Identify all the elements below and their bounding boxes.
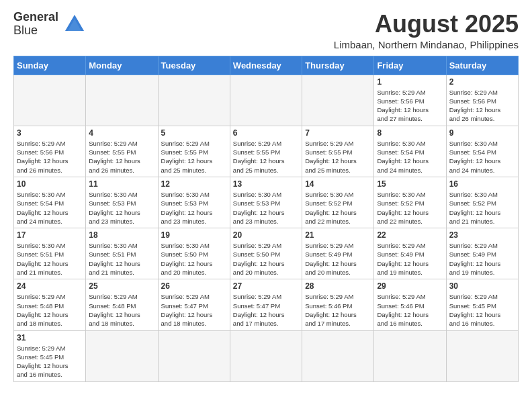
day-info: Sunrise: 5:30 AM Sunset: 5:52 PM Dayligh… (449, 190, 515, 226)
day-number: 28 (305, 281, 371, 291)
day-info: Sunrise: 5:29 AM Sunset: 5:56 PM Dayligh… (17, 139, 83, 175)
day-number: 22 (377, 230, 443, 240)
calendar-cell: 19Sunrise: 5:30 AM Sunset: 5:50 PM Dayli… (158, 228, 230, 279)
calendar-cell: 2Sunrise: 5:29 AM Sunset: 5:56 PM Daylig… (446, 75, 518, 126)
logo-icon (62, 12, 87, 36)
calendar-cell: 12Sunrise: 5:30 AM Sunset: 5:53 PM Dayli… (158, 177, 230, 228)
day-number: 8 (377, 128, 443, 138)
calendar-cell: 5Sunrise: 5:29 AM Sunset: 5:55 PM Daylig… (158, 126, 230, 177)
day-info: Sunrise: 5:29 AM Sunset: 5:49 PM Dayligh… (305, 241, 371, 277)
day-number: 5 (161, 128, 227, 138)
calendar-cell: 7Sunrise: 5:29 AM Sunset: 5:55 PM Daylig… (302, 126, 374, 177)
calendar-cell: 9Sunrise: 5:30 AM Sunset: 5:54 PM Daylig… (446, 126, 518, 177)
day-number: 23 (449, 230, 515, 240)
day-info: Sunrise: 5:30 AM Sunset: 5:54 PM Dayligh… (17, 190, 83, 226)
calendar-cell: 3Sunrise: 5:29 AM Sunset: 5:56 PM Daylig… (14, 126, 86, 177)
day-info: Sunrise: 5:30 AM Sunset: 5:51 PM Dayligh… (89, 241, 154, 277)
calendar-cell: 1Sunrise: 5:29 AM Sunset: 5:56 PM Daylig… (374, 75, 446, 126)
week-row-2: 3Sunrise: 5:29 AM Sunset: 5:56 PM Daylig… (14, 126, 519, 177)
day-number: 30 (449, 281, 515, 291)
calendar-cell: 18Sunrise: 5:30 AM Sunset: 5:51 PM Dayli… (86, 228, 158, 279)
week-row-6: 31Sunrise: 5:29 AM Sunset: 5:45 PM Dayli… (14, 330, 519, 381)
day-info: Sunrise: 5:30 AM Sunset: 5:53 PM Dayligh… (233, 190, 299, 226)
logo: GeneralBlue (13, 11, 87, 38)
day-number: 10 (17, 179, 83, 189)
calendar-cell (230, 75, 302, 126)
header-tuesday: Tuesday (158, 56, 230, 75)
day-info: Sunrise: 5:29 AM Sunset: 5:46 PM Dayligh… (305, 292, 371, 328)
day-number: 29 (377, 281, 443, 291)
calendar-cell (158, 330, 230, 381)
day-number: 20 (233, 230, 299, 240)
day-number: 24 (17, 281, 83, 291)
calendar-cell: 17Sunrise: 5:30 AM Sunset: 5:51 PM Dayli… (14, 228, 86, 279)
day-info: Sunrise: 5:29 AM Sunset: 5:49 PM Dayligh… (449, 241, 515, 277)
calendar-cell: 25Sunrise: 5:29 AM Sunset: 5:48 PM Dayli… (86, 279, 158, 330)
day-info: Sunrise: 5:30 AM Sunset: 5:52 PM Dayligh… (305, 190, 371, 226)
header-monday: Monday (86, 56, 158, 75)
calendar-cell (446, 330, 518, 381)
calendar-cell (14, 75, 86, 126)
day-info: Sunrise: 5:29 AM Sunset: 5:46 PM Dayligh… (377, 292, 443, 328)
day-info: Sunrise: 5:30 AM Sunset: 5:53 PM Dayligh… (89, 190, 154, 226)
day-number: 1 (377, 77, 443, 87)
calendar-cell: 11Sunrise: 5:30 AM Sunset: 5:53 PM Dayli… (86, 177, 158, 228)
day-info: Sunrise: 5:29 AM Sunset: 5:48 PM Dayligh… (17, 292, 83, 328)
day-number: 13 (233, 179, 299, 189)
week-row-3: 10Sunrise: 5:30 AM Sunset: 5:54 PM Dayli… (14, 177, 519, 228)
header-wednesday: Wednesday (230, 56, 302, 75)
calendar-cell (158, 75, 230, 126)
header-thursday: Thursday (302, 56, 374, 75)
day-number: 31 (17, 333, 83, 342)
day-info: Sunrise: 5:29 AM Sunset: 5:45 PM Dayligh… (17, 344, 83, 379)
calendar-cell: 29Sunrise: 5:29 AM Sunset: 5:46 PM Dayli… (374, 279, 446, 330)
calendar-cell: 16Sunrise: 5:30 AM Sunset: 5:52 PM Dayli… (446, 177, 518, 228)
day-number: 16 (449, 179, 515, 189)
day-info: Sunrise: 5:29 AM Sunset: 5:56 PM Dayligh… (449, 88, 515, 124)
day-info: Sunrise: 5:29 AM Sunset: 5:49 PM Dayligh… (377, 241, 443, 277)
day-number: 15 (377, 179, 443, 189)
day-info: Sunrise: 5:29 AM Sunset: 5:56 PM Dayligh… (377, 88, 443, 124)
day-info: Sunrise: 5:30 AM Sunset: 5:53 PM Dayligh… (161, 190, 227, 226)
month-year: August 2025 (334, 11, 519, 38)
week-row-4: 17Sunrise: 5:30 AM Sunset: 5:51 PM Dayli… (14, 228, 519, 279)
title-area: August 2025 Limbaan, Northern Mindanao, … (334, 11, 519, 50)
location: Limbaan, Northern Mindanao, Philippines (334, 39, 519, 50)
day-info: Sunrise: 5:29 AM Sunset: 5:47 PM Dayligh… (161, 292, 227, 328)
day-number: 2 (449, 77, 515, 87)
calendar-cell: 4Sunrise: 5:29 AM Sunset: 5:55 PM Daylig… (86, 126, 158, 177)
day-number: 3 (17, 128, 83, 138)
day-info: Sunrise: 5:30 AM Sunset: 5:51 PM Dayligh… (17, 241, 83, 277)
calendar-cell: 22Sunrise: 5:29 AM Sunset: 5:49 PM Dayli… (374, 228, 446, 279)
day-number: 21 (305, 230, 371, 240)
calendar-cell (86, 75, 158, 126)
day-info: Sunrise: 5:29 AM Sunset: 5:55 PM Dayligh… (305, 139, 371, 175)
day-number: 4 (89, 128, 154, 138)
calendar-cell: 27Sunrise: 5:29 AM Sunset: 5:47 PM Dayli… (230, 279, 302, 330)
day-number: 6 (233, 128, 299, 138)
day-number: 17 (17, 230, 83, 240)
calendar: SundayMondayTuesdayWednesdayThursdayFrid… (13, 56, 519, 382)
header-sunday: Sunday (14, 56, 86, 75)
calendar-cell (230, 330, 302, 381)
calendar-cell: 15Sunrise: 5:30 AM Sunset: 5:52 PM Dayli… (374, 177, 446, 228)
calendar-cell: 10Sunrise: 5:30 AM Sunset: 5:54 PM Dayli… (14, 177, 86, 228)
week-row-1: 1Sunrise: 5:29 AM Sunset: 5:56 PM Daylig… (14, 75, 519, 126)
calendar-cell: 14Sunrise: 5:30 AM Sunset: 5:52 PM Dayli… (302, 177, 374, 228)
calendar-cell: 26Sunrise: 5:29 AM Sunset: 5:47 PM Dayli… (158, 279, 230, 330)
logo-text: GeneralBlue (13, 11, 58, 38)
day-number: 18 (89, 230, 154, 240)
day-number: 27 (233, 281, 299, 291)
weekday-header-row: SundayMondayTuesdayWednesdayThursdayFrid… (14, 56, 519, 75)
day-info: Sunrise: 5:29 AM Sunset: 5:55 PM Dayligh… (233, 139, 299, 175)
day-info: Sunrise: 5:29 AM Sunset: 5:45 PM Dayligh… (449, 292, 515, 328)
calendar-cell: 24Sunrise: 5:29 AM Sunset: 5:48 PM Dayli… (14, 279, 86, 330)
header: GeneralBlue August 2025 Limbaan, Norther… (13, 11, 519, 50)
day-number: 7 (305, 128, 371, 138)
day-info: Sunrise: 5:30 AM Sunset: 5:50 PM Dayligh… (161, 241, 227, 277)
day-info: Sunrise: 5:29 AM Sunset: 5:55 PM Dayligh… (89, 139, 154, 175)
calendar-cell (86, 330, 158, 381)
day-number: 12 (161, 179, 227, 189)
day-number: 19 (161, 230, 227, 240)
day-number: 11 (89, 179, 154, 189)
